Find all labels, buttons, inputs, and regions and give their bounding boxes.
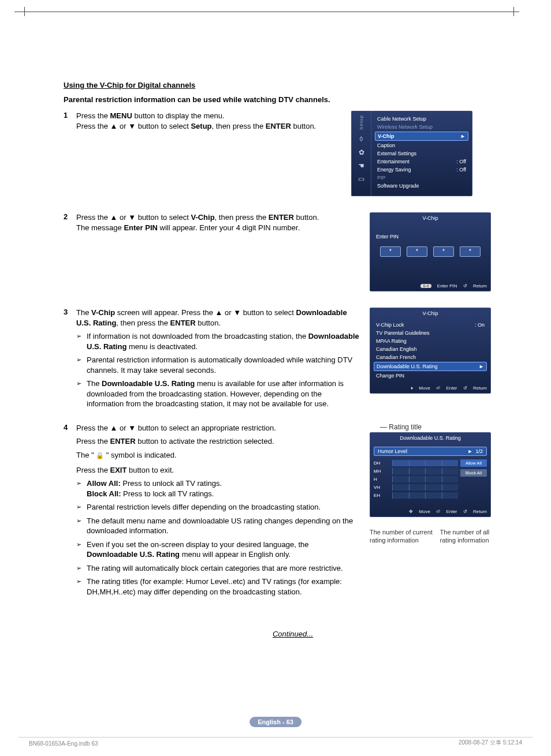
- osd-row: Canadian English: [374, 345, 487, 353]
- keypad-hint: 0-9: [420, 284, 431, 288]
- osd-row: Canadian French: [374, 353, 487, 361]
- step-number: 1: [64, 111, 76, 134]
- step-number: 3: [64, 308, 76, 413]
- step-text: Press the ▲ or ▼ button to select an app…: [76, 423, 360, 433]
- move-icon: ♦ Move: [411, 386, 430, 391]
- picture-icon: ◊: [360, 135, 363, 143]
- bullet-arrow-icon: ➢: [76, 540, 87, 560]
- bullet-text: Even if you set the on-screen display to…: [87, 540, 360, 560]
- osd-pin-panel: V-Chip Enter PIN * * * * 0-9 Enter PIN ↺…: [370, 212, 491, 291]
- annotation-left: The number of current rating information: [370, 529, 434, 545]
- osd-row: Software Upgrade: [375, 182, 468, 190]
- footer-left: BN68-01653A-Eng.indb 63: [29, 740, 98, 747]
- bullet-text: If information is not downloaded from th…: [87, 331, 360, 351]
- rating-label: EH: [374, 493, 392, 498]
- intro-text: Parental restriction information can be …: [64, 95, 522, 104]
- osd-row: Caption: [375, 141, 468, 149]
- osd-row: TV Parental Guidelines: [374, 329, 487, 337]
- pin-box: *: [380, 246, 401, 257]
- play-icon: ►: [468, 448, 473, 454]
- step-text: The " 🔒 " symbol is indicated.: [76, 450, 360, 461]
- step-number: 2: [64, 212, 76, 236]
- bullet-text: The Downloadable U.S. Rating menu is ava…: [87, 379, 360, 409]
- bullet-text: The rating titles (for example: Humor Le…: [87, 577, 360, 597]
- network-icon: ☚: [358, 162, 364, 170]
- osd-row: Wireless Network Setup: [375, 123, 468, 131]
- play-icon: ►: [479, 364, 484, 369]
- settings-icon: ✿: [359, 148, 364, 156]
- play-icon: ►: [460, 133, 466, 139]
- block-all-button: Block All: [460, 469, 487, 477]
- lock-icon: 🔒: [96, 452, 104, 459]
- rating-label: DH: [374, 461, 392, 466]
- bullet-arrow-icon: ➢: [76, 478, 87, 499]
- osd-setup-panel: Setup ◊ ✿ ☚ ▭ Cable Network Setup Wirele…: [351, 111, 472, 196]
- bullet-arrow-icon: ➢: [76, 355, 87, 375]
- step-text: The V-Chip screen will appear. Press the…: [76, 308, 360, 328]
- bullet-arrow-icon: ➢: [76, 516, 87, 536]
- step-text: Press the MENU button to display the men…: [76, 111, 360, 131]
- pin-box: *: [433, 246, 454, 257]
- bullet-text: The default menu name and downloadable U…: [87, 516, 360, 536]
- bullet-text: The rating will automatically block cert…: [87, 563, 360, 574]
- enter-pin-label: Enter PIN: [374, 226, 487, 242]
- rating-title-label: — Rating title: [380, 423, 497, 431]
- rating-label: VH: [374, 485, 392, 490]
- bullet-arrow-icon: ➢: [76, 379, 87, 409]
- step-number: 4: [64, 423, 76, 601]
- return-icon: ↺ Return: [463, 509, 487, 514]
- move-icon: ✥ Move: [409, 509, 430, 514]
- allow-all-button: Allow All: [460, 459, 487, 467]
- input-icon: ▭: [358, 175, 364, 183]
- osd-row: Energy Saving: Off: [375, 166, 468, 174]
- osd-row-selected: Humor Level ► 1/2: [374, 447, 487, 456]
- osd-row: Change PIN: [374, 372, 487, 380]
- step-text: Press the ENTER button to activate the r…: [76, 436, 360, 447]
- return-icon: ↺ Return: [463, 283, 487, 289]
- osd-row: Entertainment: Off: [375, 158, 468, 166]
- enter-icon: ⏎ Enter: [436, 386, 457, 391]
- bullet-arrow-icon: ➢: [76, 502, 87, 512]
- osd-row-selected: Downloadable U.S. Rating►: [374, 362, 487, 371]
- footer-right: 2008-08-27 오후 5:12:14: [459, 739, 522, 747]
- setup-tab-label: Setup: [359, 115, 364, 130]
- annotation-right: The number of all rating information: [440, 529, 497, 545]
- osd-title: V-Chip: [370, 213, 490, 223]
- osd-row: V-Chip Lock: On: [374, 321, 487, 329]
- return-icon: ↺ Return: [463, 386, 487, 391]
- bullet-text: Parental restriction information is auto…: [87, 355, 360, 375]
- bullet-arrow-icon: ➢: [76, 577, 87, 597]
- rating-label: MH: [374, 469, 392, 474]
- rating-label: H: [374, 477, 392, 482]
- osd-downloadable-panel: Downloadable U.S. Rating Humor Level ► 1…: [370, 432, 491, 517]
- page-badge: English - 63: [250, 717, 301, 727]
- footer-rule: [18, 737, 533, 738]
- pin-box: *: [460, 246, 481, 257]
- bullet-text: Allow All: Press to unlock all TV rating…: [87, 478, 360, 499]
- osd-title: V-Chip: [370, 308, 490, 319]
- osd-title: Downloadable U.S. Rating: [370, 433, 490, 443]
- osd-row: External Settings: [375, 149, 468, 158]
- osd-row: MPAA Rating: [374, 337, 487, 345]
- continued-text: Continued...: [64, 630, 522, 638]
- step-text: Press the EXIT button to exit.: [76, 465, 360, 476]
- foot-enter: Enter PIN: [437, 283, 457, 289]
- bullet-text: Parental restriction levels differ depen…: [87, 502, 360, 512]
- step-text: Press the ▲ or ▼ button to select V-Chip…: [76, 212, 360, 233]
- section-title: Using the V-Chip for Digital channels: [64, 81, 522, 89]
- bullet-arrow-icon: ➢: [76, 563, 87, 574]
- pin-box: *: [407, 246, 427, 257]
- bullet-arrow-icon: ➢: [76, 331, 87, 351]
- enter-icon: ⏎ Enter: [436, 509, 457, 514]
- osd-row-selected: V-Chip►: [375, 132, 468, 141]
- osd-vchip-panel: V-Chip V-Chip Lock: On TV Parental Guide…: [370, 308, 491, 394]
- osd-row: PIP: [375, 174, 468, 182]
- osd-row: Cable Network Setup: [375, 115, 468, 123]
